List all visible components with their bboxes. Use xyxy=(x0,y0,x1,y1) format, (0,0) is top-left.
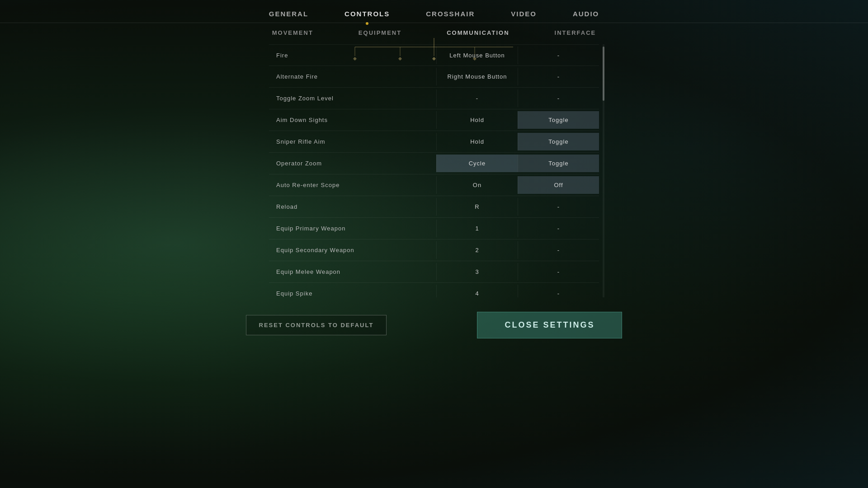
row-secondary-binding[interactable]: - xyxy=(518,68,599,85)
row-label: Operator Zoom xyxy=(269,155,436,172)
settings-list: FireLeft Mouse Button-Alternate FireRigh… xyxy=(269,44,599,297)
nav-controls[interactable]: CONTROLS xyxy=(326,5,408,23)
row-primary-binding[interactable]: On xyxy=(436,176,518,194)
table-row: Toggle Zoom Level-- xyxy=(269,88,599,109)
table-row: Equip Melee Weapon3- xyxy=(269,261,599,283)
row-secondary-binding[interactable]: Toggle xyxy=(518,133,599,150)
scrollbar[interactable] xyxy=(603,44,604,297)
row-primary-binding[interactable]: 2 xyxy=(436,241,518,259)
row-primary-binding[interactable]: Left Mouse Button xyxy=(436,47,518,64)
row-secondary-binding[interactable]: Off xyxy=(518,176,599,194)
row-label: Fire xyxy=(269,47,436,64)
row-label: Toggle Zoom Level xyxy=(269,89,436,107)
row-primary-binding[interactable]: Hold xyxy=(436,111,518,129)
subnav-interface[interactable]: INTERFACE xyxy=(532,25,619,41)
row-label: Auto Re-enter Scope xyxy=(269,176,436,194)
row-secondary-binding[interactable]: Toggle xyxy=(518,111,599,129)
row-label: Sniper Rifle Aim xyxy=(269,133,436,150)
row-primary-binding[interactable]: Cycle xyxy=(436,155,518,172)
settings-container: FireLeft Mouse Button-Alternate FireRigh… xyxy=(269,44,599,297)
row-label: Equip Melee Weapon xyxy=(269,263,436,281)
row-secondary-binding[interactable]: - xyxy=(518,89,599,107)
subnav-equipment[interactable]: EQUIPMENT xyxy=(336,25,424,41)
table-row: Alternate FireRight Mouse Button- xyxy=(269,66,599,88)
row-secondary-binding[interactable]: - xyxy=(518,220,599,237)
subnav-movement[interactable]: MOVEMENT xyxy=(250,25,336,41)
nav-crosshair[interactable]: CROSSHAIR xyxy=(408,5,493,23)
row-primary-binding[interactable]: Right Mouse Button xyxy=(436,68,518,85)
table-row: Equip Primary Weapon1- xyxy=(269,218,599,239)
nav-video[interactable]: VIDEO xyxy=(493,5,555,23)
sub-nav: MOVEMENT EQUIPMENT COMMUNICATION INTERFA… xyxy=(0,25,868,41)
table-row: Equip Spike4- xyxy=(269,283,599,297)
table-row: Auto Re-enter ScopeOnOff xyxy=(269,174,599,196)
row-secondary-binding[interactable]: - xyxy=(518,285,599,297)
row-label: Equip Secondary Weapon xyxy=(269,241,436,259)
row-secondary-binding[interactable]: - xyxy=(518,198,599,216)
bottom-bar: RESET CONTROLS TO DEFAULT CLOSE SETTINGS xyxy=(0,312,868,338)
row-secondary-binding[interactable]: - xyxy=(518,263,599,281)
table-row: Operator ZoomCycleToggle xyxy=(269,153,599,174)
row-label: Equip Primary Weapon xyxy=(269,220,436,237)
table-row: Sniper Rifle AimHoldToggle xyxy=(269,131,599,153)
scrollbar-thumb[interactable] xyxy=(603,47,604,101)
nav-audio[interactable]: AUDIO xyxy=(555,5,617,23)
row-primary-binding[interactable]: 1 xyxy=(436,220,518,237)
row-primary-binding[interactable]: Hold xyxy=(436,133,518,150)
row-primary-binding[interactable]: R xyxy=(436,198,518,216)
table-row: Aim Down SightsHoldToggle xyxy=(269,109,599,131)
table-row: ReloadR- xyxy=(269,196,599,218)
main-nav: GENERAL CONTROLS CROSSHAIR VIDEO AUDIO xyxy=(0,0,868,23)
table-row: Equip Secondary Weapon2- xyxy=(269,239,599,261)
row-primary-binding[interactable]: 3 xyxy=(436,263,518,281)
row-secondary-binding[interactable]: Toggle xyxy=(518,155,599,172)
subnav-communication[interactable]: COMMUNICATION xyxy=(424,25,532,41)
row-label: Equip Spike xyxy=(269,285,436,297)
nav-divider xyxy=(0,23,868,23)
nav-general[interactable]: GENERAL xyxy=(251,5,326,23)
table-row: FireLeft Mouse Button- xyxy=(269,44,599,66)
row-primary-binding[interactable]: 4 xyxy=(436,285,518,297)
row-secondary-binding[interactable]: - xyxy=(518,47,599,64)
reset-button[interactable]: RESET CONTROLS TO DEFAULT xyxy=(246,315,387,335)
row-label: Alternate Fire xyxy=(269,68,436,85)
row-label: Reload xyxy=(269,198,436,216)
row-primary-binding[interactable]: - xyxy=(436,89,518,107)
close-button[interactable]: CLOSE SETTINGS xyxy=(477,312,622,338)
row-secondary-binding[interactable]: - xyxy=(518,241,599,259)
row-label: Aim Down Sights xyxy=(269,111,436,129)
